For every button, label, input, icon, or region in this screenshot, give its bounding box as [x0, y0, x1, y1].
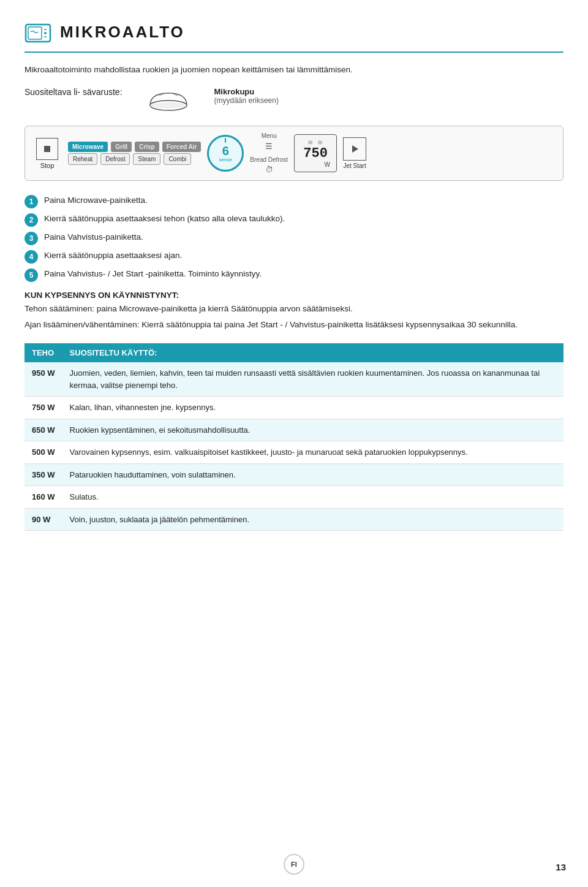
defrost-button[interactable]: Defrost: [100, 153, 130, 165]
steam-button[interactable]: Steam: [133, 153, 160, 165]
power-cell: 650 W: [24, 419, 62, 441]
display-unit: W: [325, 161, 330, 168]
svg-rect-7: [44, 146, 50, 152]
dial-sense: sense: [219, 157, 232, 162]
steps-section: 1 Paina Microwave-painiketta. 2 Kierrä s…: [24, 194, 564, 282]
microwave-icon: [24, 18, 51, 45]
stop-button-area: Stop: [32, 138, 62, 169]
usage-cell: Kalan, lihan, vihannesten jne. kypsennys…: [62, 397, 564, 419]
kun-line-2: Ajan lisääminen/vähentäminen: Kierrä sää…: [24, 318, 564, 332]
step-5: 5 Paina Vahvistus- / Jet Start -painiket…: [24, 268, 564, 282]
table-row: 500 WVarovainen kypsennys, esim. valkuai…: [24, 441, 564, 464]
usage-cell: Pataruokien hauduttaminen, voin sulattam…: [62, 463, 564, 486]
table-row: 750 WKalan, lihan, vihannesten jne. kyps…: [24, 397, 564, 419]
forced-air-button[interactable]: Forced Air: [162, 142, 202, 152]
usage-cell: Ruokien kypsentäminen, ei sekoitusmahdol…: [62, 419, 564, 441]
table-row: 90 WVoin, juuston, suklaata ja jäätelön …: [24, 508, 564, 531]
table-row: 950 WJuomien, veden, liemien, kahvin, te…: [24, 362, 564, 397]
bread-defrost-area: Bread Defrost ⏱: [250, 156, 288, 174]
crisp-button[interactable]: Crisp: [135, 142, 159, 152]
svg-point-2: [44, 32, 47, 34]
menu-icon: ☰: [265, 142, 273, 151]
power-cell: 750 W: [24, 397, 62, 419]
power-cell: 160 W: [24, 486, 62, 509]
power-cell: 950 W: [24, 362, 62, 397]
power-cell: 90 W: [24, 508, 62, 531]
step-badge-2: 2: [24, 213, 38, 227]
table-row: 350 WPataruokien hauduttaminen, voin sul…: [24, 463, 564, 486]
jet-start-area: Jet Start: [343, 137, 366, 169]
bottom-function-row: Reheat Defrost Steam Combi: [68, 153, 201, 165]
step-text-3: Paina Vahvistus-painiketta.: [44, 231, 143, 243]
fi-badge: FI: [284, 854, 304, 875]
svg-marker-8: [352, 145, 358, 153]
step-2: 2 Kierrä säätönuppia asettaaksesi tehon …: [24, 213, 564, 227]
power-table: TEHO SUOSITELTU KÄYTTÖ: 950 WJuomien, ve…: [24, 343, 564, 531]
menu-area: Menu ☰: [262, 132, 277, 151]
grill-button[interactable]: Grill: [111, 142, 132, 152]
control-panel: Stop Microwave Grill Crisp Forced Air Re…: [24, 126, 564, 181]
page-header: MIKROAALTO: [24, 18, 564, 53]
svg-rect-1: [28, 27, 42, 39]
accessory-row: Suositeltava li- sävaruste: Mikrokupu (m…: [24, 87, 564, 115]
dial-number: 6: [222, 145, 229, 157]
step-badge-4: 4: [24, 250, 38, 264]
menu-label: Menu: [262, 132, 277, 139]
kun-title: KUN KYPSENNYS ON KÄYNNISTYNYT:: [24, 291, 564, 300]
accessory-item-info: Mikrokupu (myydään erikseen): [214, 87, 279, 105]
usage-cell: Varovainen kypsennys, esim. valkuaispito…: [62, 441, 564, 464]
reheat-button[interactable]: Reheat: [68, 153, 97, 165]
top-function-row: Microwave Grill Crisp Forced Air: [68, 142, 201, 152]
stop-button-box[interactable]: [36, 138, 58, 160]
step-3: 3 Paina Vahvistus-painiketta.: [24, 231, 564, 245]
usage-cell: Voin, juuston, suklaata ja jäätelön pehm…: [62, 508, 564, 531]
step-badge-1: 1: [24, 195, 38, 208]
dial-circle[interactable]: 6 sense: [207, 135, 244, 172]
kun-section: KUN KYPSENNYS ON KÄYNNISTYNYT: Tehon sää…: [24, 291, 564, 331]
accessory-label: Suositeltava li- sävaruste:: [24, 87, 123, 97]
step-badge-5: 5: [24, 268, 38, 282]
microwave-button[interactable]: Microwave: [68, 142, 108, 152]
step-badge-3: 3: [24, 232, 38, 245]
dish-image: [147, 87, 190, 115]
power-cell: 500 W: [24, 441, 62, 464]
kun-line-1: Tehon säätäminen: paina Microwave-painik…: [24, 302, 564, 316]
step-text-2: Kierrä säätönuppia asettaaksesi tehon (k…: [44, 213, 285, 225]
step-text-4: Kierrä säätönuppia asettaaksesi ajan.: [44, 249, 182, 262]
usage-cell: Juomien, veden, liemien, kahvin, teen ta…: [62, 362, 564, 397]
table-row: 650 WRuokien kypsentäminen, ei sekoitusm…: [24, 419, 564, 441]
page-title: MIKROAALTO: [60, 23, 185, 42]
display-value: 750: [303, 147, 328, 161]
bread-defrost-label: Bread Defrost: [250, 156, 288, 164]
menu-bread-area: Menu ☰ Bread Defrost ⏱: [250, 132, 288, 174]
step-1: 1 Paina Microwave-painiketta.: [24, 194, 564, 208]
table-row: 160 WSulatus.: [24, 486, 564, 509]
svg-point-6: [150, 102, 187, 108]
table-col1-header: TEHO: [24, 343, 62, 362]
step-text-1: Paina Microwave-painiketta.: [44, 194, 148, 207]
usage-cell: Sulatus.: [62, 486, 564, 509]
power-cell: 350 W: [24, 463, 62, 486]
dial-area: 6 sense: [207, 135, 244, 172]
step-4: 4 Kierrä säätönuppia asettaaksesi ajan.: [24, 249, 564, 264]
jet-start-label: Jet Start: [343, 162, 366, 169]
page-number: 13: [556, 862, 566, 872]
table-col2-header: SUOSITELTU KÄYTTÖ:: [62, 343, 564, 362]
function-buttons: Microwave Grill Crisp Forced Air Reheat …: [68, 142, 201, 165]
clock-icon: ⏱: [265, 165, 273, 174]
jet-start-button[interactable]: [343, 137, 366, 161]
stop-label: Stop: [40, 162, 55, 169]
step-text-5: Paina Vahvistus- / Jet Start -painiketta…: [44, 268, 262, 280]
combi-button[interactable]: Combi: [164, 153, 191, 165]
intro-text: Mikroaaltotoiminto mahdollistaa ruokien …: [24, 64, 564, 76]
display-area: ≋ ≋ 750 W: [294, 134, 337, 172]
